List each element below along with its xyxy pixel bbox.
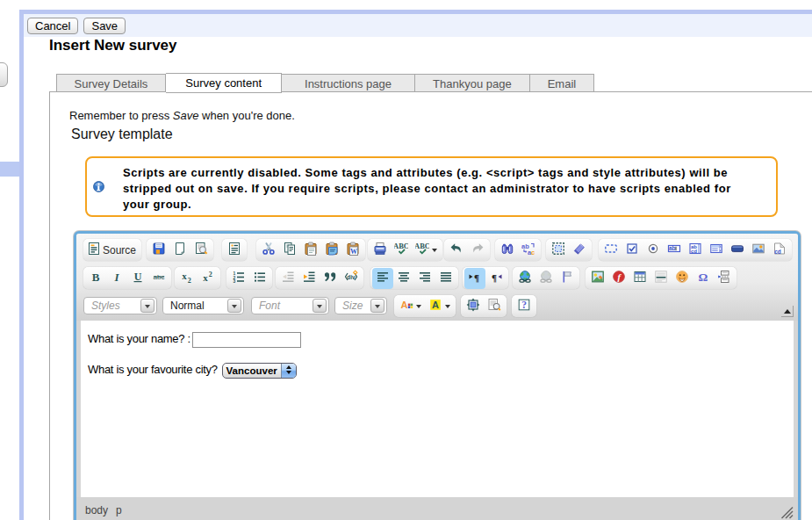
paste-from-word-button[interactable]: W [342, 240, 363, 261]
align-justify-button[interactable] [435, 268, 456, 289]
combo-caret-icon [145, 305, 150, 311]
removeformat-icon [572, 242, 586, 259]
editor-content-area[interactable]: What is your name? : What is your favour… [81, 321, 794, 497]
selection-field-button[interactable] [706, 240, 727, 261]
align-center-button[interactable] [393, 268, 414, 289]
tab-survey-details[interactable]: Survey Details [56, 74, 167, 92]
about-button[interactable]: ? [514, 296, 535, 317]
svg-text:c: c [531, 249, 535, 256]
numbered-list-button[interactable]: 123 [228, 268, 249, 289]
tab-survey-content[interactable]: Survey content [166, 73, 282, 93]
svg-text:ABC: ABC [394, 242, 408, 250]
collapse-toolbar-button[interactable] [781, 306, 794, 317]
select-all-button[interactable] [548, 240, 569, 261]
tab-instructions-page[interactable]: Instructions page [282, 74, 415, 92]
cut-button[interactable] [258, 240, 279, 261]
scayt-button[interactable]: ABC [412, 240, 441, 261]
textarea-button[interactable]: abcd [685, 240, 706, 261]
italic-button[interactable]: I [106, 268, 127, 289]
selectall-icon [551, 242, 565, 259]
cancel-button[interactable]: Cancel [27, 18, 78, 34]
styles-dropdown-icon[interactable] [140, 299, 154, 313]
superscript-button[interactable]: x2 [198, 268, 219, 289]
selectfield-icon [709, 242, 723, 259]
paste-text-button[interactable] [321, 240, 342, 261]
background-page-button-fragment[interactable] [0, 62, 8, 87]
increase-indent-button[interactable] [298, 268, 320, 289]
underline-button[interactable]: U [127, 268, 148, 289]
special-character-button[interactable]: Ω [693, 268, 714, 289]
flash-button[interactable]: f [608, 268, 629, 289]
format-combo-value: Normal [170, 300, 205, 312]
city-select[interactable]: Vancouver [222, 363, 297, 379]
background-sidebar-selected-fragment [0, 162, 19, 177]
print-button[interactable] [370, 240, 391, 261]
preview-button[interactable] [190, 240, 212, 261]
source-button[interactable]: Source [85, 240, 140, 261]
form-button[interactable] [600, 240, 622, 261]
tab-email[interactable]: Email [530, 74, 595, 92]
table-button[interactable] [629, 268, 650, 289]
div-container-button[interactable]: div [341, 268, 362, 289]
hidden-field-button[interactable]: cd [769, 240, 790, 261]
align-right-button[interactable] [414, 268, 435, 289]
background-color-button[interactable]: A [425, 296, 454, 317]
dropdown-caret-icon [416, 305, 421, 311]
save-button[interactable]: Save [83, 18, 126, 34]
bold-button[interactable]: B [85, 268, 106, 289]
tab-bar: Survey DetailsSurvey contentInstructions… [56, 73, 595, 93]
styles-combo[interactable]: Styles [83, 297, 157, 314]
decrease-indent-button[interactable] [277, 268, 298, 289]
name-text-input[interactable] [192, 332, 301, 348]
format-dropdown-icon[interactable] [227, 299, 241, 313]
source-button-label: Source [103, 244, 136, 256]
editor-status-bar: bodyp [76, 497, 798, 520]
image-button-button[interactable] [748, 240, 769, 261]
anchor-button[interactable] [557, 268, 578, 289]
show-blocks-button[interactable] [484, 296, 505, 317]
text-field-button[interactable]: ab [664, 240, 685, 261]
radio-button-button[interactable] [643, 240, 664, 261]
size-combo[interactable]: Size [334, 297, 387, 314]
tab-thankyou-page[interactable]: Thankyou page [415, 74, 530, 92]
font-dropdown-icon[interactable] [313, 299, 327, 313]
check-spelling-button[interactable]: ABC [391, 240, 412, 261]
styles-combo-value: Styles [91, 300, 120, 312]
undo-button[interactable] [446, 240, 467, 261]
smiley-button[interactable] [672, 268, 693, 289]
find-button[interactable] [497, 240, 518, 261]
new-page-button[interactable] [169, 240, 190, 261]
bulleted-list-button[interactable] [249, 268, 270, 289]
svg-text:?: ? [521, 300, 527, 310]
text-direction-rtl-button[interactable]: ¶ [485, 268, 507, 289]
templates-button[interactable] [224, 240, 245, 261]
replace-button[interactable]: abac [518, 240, 539, 261]
button-button[interactable] [727, 240, 748, 261]
paste-button[interactable] [300, 240, 321, 261]
size-dropdown-icon[interactable] [370, 299, 384, 313]
info-icon [87, 158, 123, 215]
text-direction-ltr-button[interactable]: ¶ [464, 268, 485, 289]
link-button[interactable] [514, 268, 535, 289]
format-combo[interactable]: Normal [162, 297, 244, 314]
element-path-body[interactable]: body [85, 504, 108, 516]
text-color-button[interactable]: A [396, 296, 425, 317]
save-button[interactable] [148, 240, 169, 261]
flash-icon: f [612, 270, 626, 287]
maximize-button[interactable] [463, 296, 484, 317]
element-path-p[interactable]: p [116, 504, 122, 516]
copy-button[interactable] [279, 240, 300, 261]
redo-button[interactable] [467, 240, 488, 261]
resize-handle-icon[interactable] [780, 506, 794, 519]
font-combo[interactable]: Font [251, 297, 329, 314]
remove-format-button[interactable] [569, 240, 590, 261]
checkbox-button[interactable] [622, 240, 643, 261]
page-break-button[interactable] [714, 268, 735, 289]
subscript-button[interactable]: x2 [176, 268, 198, 289]
image-button[interactable] [587, 268, 608, 289]
align-left-button[interactable] [372, 268, 393, 289]
unlink-button[interactable] [535, 268, 557, 289]
horizontal-rule-button[interactable] [650, 268, 672, 289]
strike-through-button[interactable]: abc [148, 268, 169, 289]
blockquote-button[interactable] [320, 268, 341, 289]
